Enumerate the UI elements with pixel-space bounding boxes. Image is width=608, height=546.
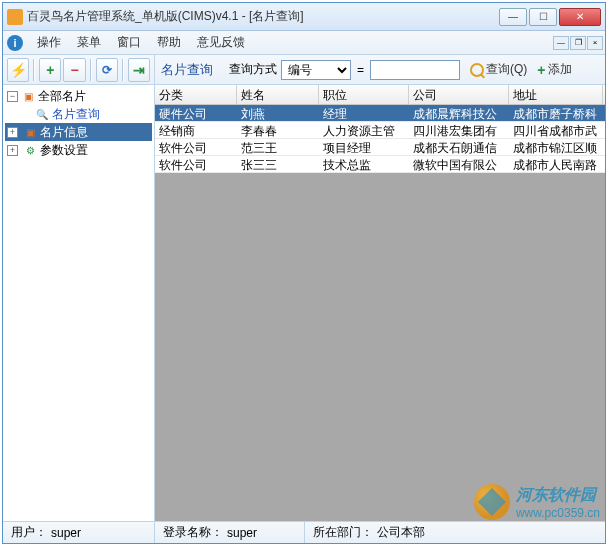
minimize-button[interactable]: — [499, 8, 527, 26]
sidebar-toolbar: ⚡ + − ⟳ ⇥ [3, 55, 154, 85]
mdi-restore-button[interactable]: ❐ [570, 36, 586, 50]
tree-item-label: 名片信息 [40, 124, 88, 141]
status-dept: 公司本部 [377, 524, 425, 541]
menu-window[interactable]: 窗口 [109, 31, 149, 54]
tree-root-label: 全部名片 [38, 88, 86, 105]
exit-button[interactable]: ⇥ [128, 58, 150, 82]
tree-item-label: 参数设置 [40, 142, 88, 159]
col-name[interactable]: 姓名 [237, 85, 319, 104]
equals-label: = [357, 63, 364, 77]
mdi-close-button[interactable]: × [587, 36, 603, 50]
status-user: super [51, 526, 81, 540]
bolt-button[interactable]: ⚡ [7, 58, 29, 82]
window-title: 百灵鸟名片管理系统_单机版(CIMS)v4.1 - [名片查询] [27, 8, 499, 25]
menu-help[interactable]: 帮助 [149, 31, 189, 54]
remove-button[interactable]: − [63, 58, 85, 82]
status-login: super [227, 526, 257, 540]
info-icon[interactable]: i [7, 35, 23, 51]
expand-icon[interactable]: + [7, 145, 18, 156]
status-login-label: 登录名称： [163, 524, 223, 541]
tree-item-info[interactable]: + ▣ 名片信息 [5, 123, 152, 141]
search-button[interactable]: 查询(Q) [470, 61, 527, 78]
table-row[interactable]: 软件公司 张三三 技术总监 微软中国有限公 成都市人民南路 [155, 156, 605, 173]
tree-item-query[interactable]: 🔍 名片查询 [5, 105, 152, 123]
query-bar: 名片查询 查询方式 编号 = 查询(Q) + 添加 [155, 55, 605, 85]
menu-operate[interactable]: 操作 [29, 31, 69, 54]
tree-root[interactable]: − ▣ 全部名片 [5, 87, 152, 105]
table-row[interactable]: 经销商 李春春 人力资源主管 四川港宏集团有 四川省成都市武 [155, 122, 605, 139]
plus-icon: + [537, 62, 545, 78]
status-user-label: 用户： [11, 524, 47, 541]
sidebar-tree: − ▣ 全部名片 🔍 名片查询 + ▣ 名片信息 [3, 85, 155, 161]
col-company[interactable]: 公司 [409, 85, 509, 104]
menu-main[interactable]: 菜单 [69, 31, 109, 54]
query-input[interactable] [370, 60, 460, 80]
status-dept-label: 所在部门： [313, 524, 373, 541]
tree-item-settings[interactable]: + ⚙ 参数设置 [5, 141, 152, 159]
col-position[interactable]: 职位 [319, 85, 409, 104]
maximize-button[interactable]: ☐ [529, 8, 557, 26]
tree-item-label: 名片查询 [52, 106, 100, 123]
table-row[interactable]: 硬件公司 刘燕 经理 成都晨辉科技公 成都市磨子桥科 [155, 105, 605, 122]
card-icon: ▣ [23, 125, 37, 139]
card-icon: ▣ [21, 89, 35, 103]
statusbar: 用户： super 登录名称： super 所在部门： 公司本部 [3, 521, 605, 543]
col-category[interactable]: 分类 [155, 85, 237, 104]
mdi-minimize-button[interactable]: — [553, 36, 569, 50]
query-title: 名片查询 [161, 61, 213, 79]
titlebar: 百灵鸟名片管理系统_单机版(CIMS)v4.1 - [名片查询] — ☐ ✕ [3, 3, 605, 31]
search-icon: 🔍 [35, 107, 49, 121]
app-icon [7, 9, 23, 25]
magnifier-icon [470, 63, 484, 77]
grid-body: 硬件公司 刘燕 经理 成都晨辉科技公 成都市磨子桥科 经销商 李春春 人力资源主… [155, 105, 605, 173]
query-mode-label: 查询方式 [229, 61, 277, 78]
gear-icon: ⚙ [23, 143, 37, 157]
refresh-button[interactable]: ⟳ [96, 58, 118, 82]
menu-feedback[interactable]: 意见反馈 [189, 31, 253, 54]
add-card-button[interactable]: + 添加 [537, 61, 571, 78]
close-button[interactable]: ✕ [559, 8, 601, 26]
query-mode-select[interactable]: 编号 [281, 60, 351, 80]
expand-icon[interactable]: + [7, 127, 18, 138]
result-grid: 分类 姓名 职位 公司 地址 硬件公司 刘燕 经理 成都晨辉科技公 成都市磨子桥… [155, 85, 605, 521]
add-button[interactable]: + [39, 58, 61, 82]
col-address[interactable]: 地址 [509, 85, 603, 104]
menubar: i 操作 菜单 窗口 帮助 意见反馈 — ❐ × [3, 31, 605, 55]
grid-header: 分类 姓名 职位 公司 地址 [155, 85, 605, 105]
table-row[interactable]: 软件公司 范三王 项目经理 成都天石朗通信 成都市锦江区顺 [155, 139, 605, 156]
collapse-icon[interactable]: − [7, 91, 18, 102]
